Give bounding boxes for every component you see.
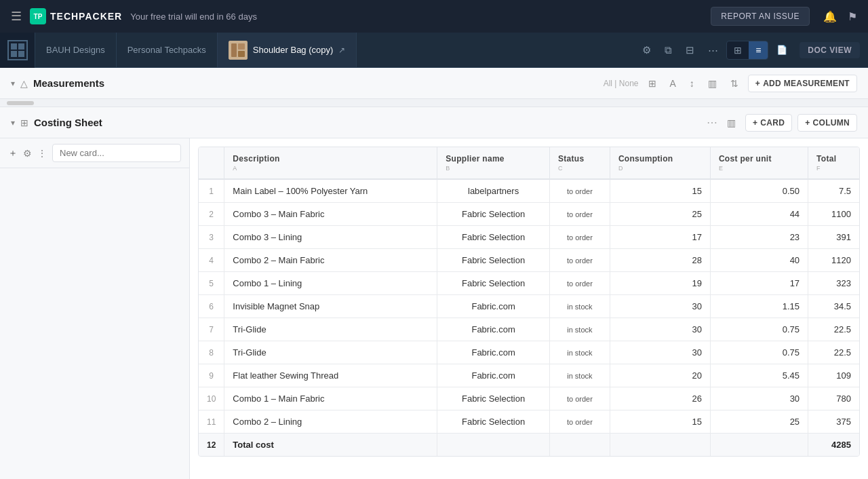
add-card-button[interactable]: + CARD (745, 114, 792, 132)
table-row: 3 Combo 3 – Lining Fabric Selection to o… (199, 226, 859, 249)
cell-total-num: 12 (199, 434, 224, 457)
costing-right: ▥ + CARD + COLUMN (723, 114, 857, 132)
filter-icon[interactable]: ⊟ (680, 40, 700, 60)
cell-cost-per-unit: 44 (710, 203, 808, 226)
cell-cost-per-unit: 5.45 (710, 364, 808, 387)
cell-description: Combo 3 – Main Fabric (224, 203, 437, 226)
measurements-text-icon[interactable]: A (666, 75, 680, 92)
report-issue-button[interactable]: REPORT AN ISSUE (711, 7, 810, 26)
measurements-ruler-icon[interactable]: ↕ (686, 75, 698, 92)
cell-total-value: 4285 (808, 434, 859, 457)
add-column-plus: + (805, 118, 810, 128)
cell-consumption: 30 (610, 341, 710, 364)
cell-consumption: 30 (610, 295, 710, 318)
cell-row-num: 6 (199, 295, 224, 318)
svg-rect-1 (231, 43, 237, 57)
cell-supplier: Fabric Selection (437, 387, 550, 410)
cell-row-num: 8 (199, 341, 224, 364)
measurements-filter[interactable]: All | None (604, 79, 639, 88)
cell-cost-per-unit: 0.50 (710, 179, 808, 203)
cell-status: in stock (549, 341, 610, 364)
cell-row-num: 4 (199, 249, 224, 272)
sidebar-more-btn[interactable]: ⋮ (37, 148, 47, 159)
menu-icon[interactable]: ☰ (11, 9, 22, 24)
app-logo: TP TECHPACKER (30, 8, 122, 24)
list-view-btn[interactable]: ≡ (749, 41, 768, 59)
bell-icon[interactable]: 🔔 (823, 10, 837, 23)
cell-cost-per-unit: 40 (710, 249, 808, 272)
cell-total: 22.5 (808, 341, 859, 364)
external-link-icon[interactable]: ↗ (338, 45, 345, 55)
sidebar-add-btn[interactable]: ＋ (8, 147, 18, 159)
col-description: Description A (224, 147, 437, 179)
cell-status: in stock (549, 364, 610, 387)
costing-panel-icon[interactable]: ▥ (723, 115, 740, 131)
flag-icon[interactable]: ⚑ (848, 10, 857, 23)
brand-logo[interactable] (0, 33, 35, 68)
cell-cost-per-unit: 25 (710, 410, 808, 434)
sidebar-gear-btn[interactable]: ⚙ (23, 148, 32, 159)
cell-description: Invisible Magnet Snap (224, 295, 437, 318)
cell-total: 391 (808, 226, 859, 249)
col-total: Total F (808, 147, 859, 179)
table-row: 2 Combo 3 – Main Fabric Fabric Selection… (199, 203, 859, 226)
col-row-num (199, 147, 224, 179)
cell-total: 109 (808, 364, 859, 387)
cell-consumption: 15 (610, 410, 710, 434)
cell-status: to order (549, 410, 610, 434)
cell-total: 34.5 (808, 295, 859, 318)
table-header-row: Description A Supplier name B Status C (199, 147, 859, 179)
doc-view-button[interactable]: DOC VIEW (800, 42, 860, 58)
table-row: 5 Combo 1 – Lining Fabric Selection to o… (199, 272, 859, 295)
cell-cost-per-unit: 0.75 (710, 341, 808, 364)
measurements-sort-icon[interactable]: ⇅ (726, 75, 743, 92)
new-card-input[interactable] (52, 144, 181, 162)
cell-total: 1120 (808, 249, 859, 272)
cell-total-supplier (437, 434, 550, 457)
table-row: 6 Invisible Magnet Snap Fabric.com in st… (199, 295, 859, 318)
copy-icon[interactable]: ⧉ (659, 40, 677, 60)
scroll-track[interactable] (7, 101, 34, 105)
cell-supplier: Fabric Selection (437, 203, 550, 226)
cell-status: to order (549, 272, 610, 295)
table-row: 11 Combo 2 – Lining Fabric Selection to … (199, 410, 859, 434)
cell-consumption: 19 (610, 272, 710, 295)
cell-status: to order (549, 203, 610, 226)
table-row: 8 Tri-Glide Fabric.com in stock 30 0.75 … (199, 341, 859, 364)
table-row: 7 Tri-Glide Fabric.com in stock 30 0.75 … (199, 318, 859, 341)
costing-collapse-btn[interactable]: ▾ (11, 118, 15, 128)
table-total-row: 12 Total cost 4285 (199, 434, 859, 457)
cell-supplier: Fabric Selection (437, 249, 550, 272)
measurements-grid-icon[interactable]: ⊞ (644, 75, 660, 92)
navbar-icons: 🔔 ⚑ (823, 10, 857, 23)
view-toggle: ⊞ ≡ (726, 41, 768, 60)
cell-row-num: 2 (199, 203, 224, 226)
more-icon[interactable]: ⋯ (703, 40, 724, 60)
grid-view-btn[interactable]: ⊞ (727, 41, 749, 59)
cell-consumption: 15 (610, 179, 710, 203)
costing-menu-btn[interactable]: ⋯ (707, 116, 717, 129)
add-column-button[interactable]: + COLUMN (797, 114, 857, 132)
settings-icon[interactable]: ⚙ (637, 40, 656, 60)
measurements-panel-icon[interactable]: ▥ (704, 75, 721, 92)
measurements-collapse-btn[interactable]: ▾ (11, 79, 15, 88)
add-measurement-button[interactable]: + ADD MEASUREMENT (748, 75, 857, 92)
add-card-plus: + (753, 118, 757, 128)
cell-status: in stock (549, 295, 610, 318)
cell-cost-per-unit: 0.75 (710, 318, 808, 341)
active-tab[interactable]: Shoulder Bag (copy) ↗ (218, 33, 357, 67)
cell-description: Tri-Glide (224, 318, 437, 341)
add-card-label: CARD (760, 118, 785, 128)
cell-total: 323 (808, 272, 859, 295)
cell-row-num: 11 (199, 410, 224, 434)
add-measurement-plus: + (755, 79, 760, 88)
cell-description: Combo 3 – Lining (224, 226, 437, 249)
cell-total: 1100 (808, 203, 859, 226)
cell-status: to order (549, 249, 610, 272)
breadcrumb-techpacks[interactable]: Personal Techpacks (117, 33, 218, 67)
table-row: 4 Combo 2 – Main Fabric Fabric Selection… (199, 249, 859, 272)
breadcrumb-brand[interactable]: BAUH Designs (35, 33, 117, 67)
cell-total-consumption (610, 434, 710, 457)
table-row: 10 Combo 1 – Main Fabric Fabric Selectio… (199, 387, 859, 410)
cell-cost-per-unit: 23 (710, 226, 808, 249)
